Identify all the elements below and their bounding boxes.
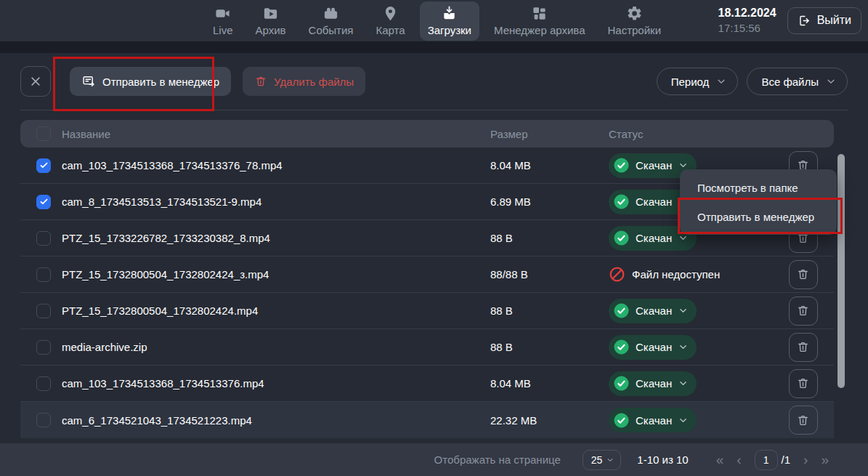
check-circle-icon — [613, 157, 630, 174]
delete-row-button[interactable] — [789, 406, 818, 435]
close-icon — [29, 75, 42, 88]
nav-item-archive-manager[interactable]: Менеджер архива — [486, 1, 593, 41]
nav-label: Карта — [376, 24, 405, 36]
checkmark-icon — [39, 161, 49, 170]
row-checkbox[interactable] — [36, 231, 51, 246]
nav-item-settings[interactable]: Настройки — [599, 1, 669, 41]
nav-item-live[interactable]: Live — [205, 1, 241, 41]
current-page-input[interactable]: 1 — [755, 450, 778, 470]
per-page-label: Отображать на странице — [434, 453, 561, 466]
toolbar-divider — [20, 110, 848, 110]
file-type-filter-dropdown[interactable]: Все файлы — [747, 68, 848, 95]
logout-button[interactable]: Выйти — [787, 7, 861, 34]
topbar-shadow-strip — [0, 41, 868, 53]
chevron-down-icon — [678, 415, 689, 426]
row-checkbox[interactable] — [36, 340, 51, 355]
trash-icon — [796, 304, 810, 318]
status-badge[interactable]: Скачан — [609, 371, 697, 396]
total-pages-label: /1 — [782, 453, 791, 466]
gear-icon — [625, 5, 644, 22]
folder-play-icon — [261, 5, 280, 22]
select-all-checkbox[interactable] — [36, 126, 51, 141]
file-size: 88 B — [490, 232, 609, 244]
row-checkbox[interactable] — [36, 304, 51, 318]
table-header-row: Название Размер Статус — [20, 120, 834, 148]
double-chevron-right-icon: » — [821, 452, 829, 467]
chevron-left-icon: ‹ — [737, 452, 741, 467]
file-size: 22.32 MB — [490, 414, 609, 427]
table-row[interactable]: cam_103_1734513368_1734513376.mp4 8.04 M… — [20, 366, 834, 402]
delete-row-button[interactable] — [789, 260, 818, 289]
file-size: 88 B — [490, 304, 609, 317]
chevron-right-icon: › — [803, 452, 808, 467]
check-circle-icon — [613, 375, 630, 392]
datetime-display: 18.12.2024 17:15:56 — [718, 6, 776, 35]
chevron-down-icon — [678, 378, 689, 389]
header-name: Название — [62, 128, 490, 140]
nav-item-map[interactable]: Карта — [368, 1, 413, 41]
nav-label: Загрузки — [428, 24, 471, 36]
status-unavailable: Файл недоступен — [609, 266, 720, 283]
file-name: cam_8_1734513513_1734513521-9.mp4 — [62, 195, 490, 208]
trash-icon — [254, 75, 267, 88]
last-page-button[interactable]: » — [821, 453, 829, 467]
chevron-down-icon — [715, 76, 727, 87]
file-name: PTZ_15_1732800504_1732802424.mp4 — [62, 304, 490, 317]
menu-item-send-to-manager[interactable]: Отправить в менеджер — [680, 202, 837, 231]
check-circle-icon — [613, 230, 630, 246]
nav-label: Архив — [256, 24, 286, 36]
first-page-button[interactable]: « — [716, 453, 724, 467]
chevron-down-icon — [825, 76, 837, 87]
delete-files-button[interactable]: Удалить файлы — [243, 67, 365, 96]
header-size: Размер — [490, 128, 609, 140]
row-checkbox[interactable] — [36, 195, 51, 209]
table-row[interactable]: PTZ_15_1732800504_1732802424.mp4 88 B Ск… — [20, 293, 834, 329]
selection-toolbar: Отправить в менеджер Удалить файлы Перио… — [0, 53, 868, 110]
send-to-manager-button[interactable]: Отправить в менеджер — [70, 67, 231, 96]
menu-item-view-in-folder[interactable]: Посмотреть в папке — [680, 173, 837, 202]
file-size: 88 B — [490, 341, 609, 353]
status-badge[interactable]: Скачан — [609, 335, 697, 360]
nav-item-archive[interactable]: Архив — [248, 1, 294, 41]
delete-row-button[interactable] — [789, 369, 818, 398]
row-checkbox[interactable] — [36, 376, 51, 391]
status-badge[interactable]: Скачан — [609, 299, 697, 323]
file-name: cam_6_1734521043_1734521223.mp4 — [62, 414, 490, 427]
nav-label: Менеджер архива — [494, 24, 585, 36]
file-name: cam_103_1734513368_1734513376_78.mp4 — [62, 159, 490, 172]
check-circle-icon — [613, 302, 630, 319]
checkmark-icon — [39, 197, 49, 206]
download-icon — [440, 5, 459, 22]
table-row[interactable]: media-archive.zip 88 B Скачан — [20, 329, 834, 366]
delete-row-button[interactable] — [789, 333, 818, 362]
range-label: 1-10 из 10 — [637, 453, 688, 466]
current-date: 18.12.2024 — [718, 6, 776, 21]
nav-item-downloads[interactable]: Загрузки — [420, 1, 479, 41]
blocks-icon — [530, 5, 549, 22]
table-row[interactable]: PTZ_15_1732800504_1732802424_з.mp4 88/88… — [20, 257, 834, 293]
pagination-footer: Отображать на странице 25 1-10 из 10 « ‹… — [0, 443, 868, 476]
period-filter-dropdown[interactable]: Период — [657, 68, 739, 95]
table-row[interactable]: cam_6_1734521043_1734521223.mp4 22.32 MB… — [20, 402, 834, 438]
file-name: cam_103_1734513368_1734513376.mp4 — [62, 377, 490, 390]
clear-selection-button[interactable] — [20, 66, 51, 97]
delete-row-button[interactable] — [789, 297, 818, 326]
row-checkbox[interactable] — [36, 158, 51, 173]
row-checkbox[interactable] — [36, 413, 51, 427]
file-size: 88/88 B — [490, 268, 609, 281]
prev-page-button[interactable]: ‹ — [737, 453, 741, 467]
trash-icon — [796, 340, 810, 354]
row-checkbox[interactable] — [36, 267, 51, 282]
main-nav: Live Архив События Карта Загрузки Менедж… — [205, 1, 669, 41]
logout-icon — [798, 14, 811, 28]
next-page-button[interactable]: › — [803, 453, 808, 467]
vertical-scrollbar-thumb[interactable] — [837, 154, 845, 388]
file-name: PTZ_15_1733226782_1733230382_8.mp4 — [62, 232, 490, 244]
header-status: Статус — [609, 128, 772, 140]
per-page-select[interactable]: 25 — [583, 450, 622, 470]
file-size: 8.04 MB — [490, 377, 609, 390]
status-badge[interactable]: Скачан — [609, 408, 697, 432]
file-size: 6.89 MB — [490, 195, 609, 208]
nav-item-events[interactable]: События — [301, 1, 362, 41]
chevron-down-icon — [678, 342, 689, 352]
